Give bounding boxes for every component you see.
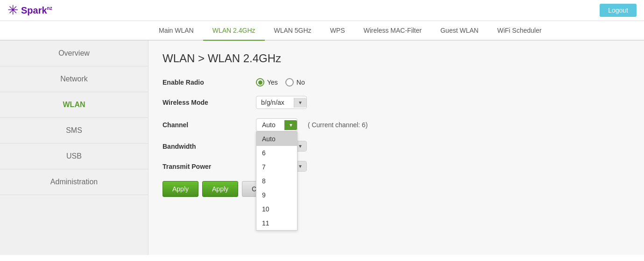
radio-no-option[interactable]: No	[285, 78, 305, 87]
brand-name: Sparknz	[21, 5, 52, 16]
channel-label: Channel	[163, 121, 256, 129]
channel-container: Auto Auto 6 7 8 9 10 11	[256, 118, 297, 131]
content-area: WLAN > WLAN 2.4GHz Enable Radio Yes No W…	[149, 41, 644, 255]
sidebar-item-sms[interactable]: SMS	[0, 118, 148, 144]
wireless-mode-label: Wireless Mode	[163, 99, 256, 106]
apply-button-2[interactable]: Apply	[202, 181, 238, 197]
bandwidth-row: Bandwidth	[163, 141, 630, 152]
channel-option-6[interactable]: 6	[256, 146, 297, 160]
wireless-mode-value: b/g/n/ax	[256, 96, 294, 109]
tabs-bar: Main WLAN WLAN 2.4GHz WLAN 5GHz WPS Wire…	[0, 21, 644, 41]
spark-star-icon: ✳	[7, 4, 18, 17]
channel-value: Auto	[256, 119, 284, 131]
tab-wifi-scheduler[interactable]: WiFi Scheduler	[488, 21, 551, 41]
page-title: WLAN > WLAN 2.4GHz	[163, 52, 630, 65]
wireless-mode-control: b/g/n/ax	[256, 96, 307, 109]
logo-area: ✳ Sparknz	[7, 4, 52, 17]
radio-no-circle[interactable]	[285, 78, 294, 87]
bandwidth-label: Bandwidth	[163, 143, 256, 150]
enable-radio-row: Enable Radio Yes No	[163, 78, 630, 87]
tab-wps[interactable]: WPS	[321, 21, 354, 41]
channel-current-text: ( Current channel: 6)	[308, 121, 368, 129]
enable-radio-label: Enable Radio	[163, 79, 256, 86]
tab-wlan-24ghz[interactable]: WLAN 2.4GHz	[203, 21, 265, 41]
wireless-mode-select[interactable]: b/g/n/ax	[256, 96, 307, 109]
apply-button[interactable]: Apply	[163, 181, 198, 197]
radio-yes-option[interactable]: Yes	[256, 78, 278, 87]
sidebar-item-network[interactable]: Network	[0, 66, 148, 92]
main-layout: Overview Network WLAN SMS USB Administra…	[0, 41, 644, 255]
channel-select[interactable]: Auto	[256, 118, 297, 131]
sidebar: Overview Network WLAN SMS USB Administra…	[0, 41, 149, 255]
channel-row: Channel Auto Auto 6 7 8 9 10 11	[163, 118, 630, 131]
enable-radio-control: Yes No	[256, 78, 305, 87]
channel-option-9[interactable]: 9	[256, 188, 297, 202]
sidebar-item-overview[interactable]: Overview	[0, 41, 148, 66]
tab-main-wlan[interactable]: Main WLAN	[149, 21, 203, 41]
button-row: Apply Apply Cancel	[163, 181, 630, 197]
channel-arrow[interactable]	[284, 120, 297, 130]
transmit-power-row: Transmit Power	[163, 161, 630, 172]
channel-option-8[interactable]: 8	[256, 174, 297, 188]
channel-option-10[interactable]: 10	[256, 202, 297, 216]
logout-button[interactable]: Logout	[600, 4, 637, 17]
channel-option-7[interactable]: 7	[256, 160, 297, 174]
brand-sup: nz	[47, 6, 52, 11]
tab-guest-wlan[interactable]: Guest WLAN	[431, 21, 488, 41]
tab-wlan-5ghz[interactable]: WLAN 5GHz	[265, 21, 321, 41]
channel-option-auto[interactable]: Auto	[256, 132, 297, 146]
tab-wireless-mac-filter[interactable]: Wireless MAC-Filter	[354, 21, 431, 41]
sidebar-item-administration[interactable]: Administration	[0, 169, 148, 195]
channel-dropdown-list: Auto 6 7 8 9 10 11	[256, 131, 297, 231]
channel-control: Auto Auto 6 7 8 9 10 11 ( Current channe…	[256, 118, 368, 131]
radio-no-label: No	[297, 79, 305, 86]
header: ✳ Sparknz Logout	[0, 0, 644, 21]
radio-yes-label: Yes	[267, 79, 278, 86]
radio-yes-circle[interactable]	[256, 78, 264, 87]
wireless-mode-row: Wireless Mode b/g/n/ax	[163, 96, 630, 109]
channel-option-11[interactable]: 11	[256, 216, 297, 230]
sidebar-item-wlan[interactable]: WLAN	[0, 92, 148, 118]
sidebar-item-usb[interactable]: USB	[0, 144, 148, 169]
transmit-power-label: Transmit Power	[163, 163, 256, 170]
wireless-mode-arrow[interactable]	[294, 98, 306, 108]
